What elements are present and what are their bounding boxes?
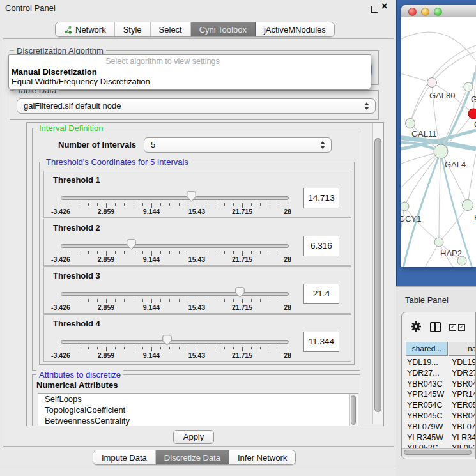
float-window-icon[interactable] xyxy=(371,6,378,13)
minor-tick xyxy=(215,203,215,206)
tab-network[interactable]: Network xyxy=(56,22,115,36)
attributes-scrollbar[interactable] xyxy=(349,394,357,426)
network-node-gal11[interactable] xyxy=(406,119,415,128)
threshold-value-field[interactable]: 6.316 xyxy=(303,236,339,256)
top-tab-bar: NetworkStyleSelectCyni ToolboxjActiveMNo… xyxy=(55,22,335,37)
major-tick xyxy=(197,299,197,303)
slider-track[interactable] xyxy=(61,340,289,344)
major-tick xyxy=(61,251,61,256)
minor-tick xyxy=(188,251,188,254)
major-tick xyxy=(61,299,61,303)
threshold-4-box: Threshold 4-3.4262.8599.14415.4321.71528… xyxy=(43,314,351,362)
table-cell[interactable]: YBR045C xyxy=(452,411,476,420)
bottom-tab-bar: Impute DataDiscretize DataInfer Network xyxy=(93,450,296,465)
close-icon[interactable]: × xyxy=(381,1,387,12)
tab-impute-data[interactable]: Impute Data xyxy=(93,450,156,464)
checkbox-icon[interactable]: ✓ xyxy=(458,324,465,331)
table-cell[interactable]: YER054C xyxy=(407,401,443,410)
network-node-gal4[interactable] xyxy=(434,144,448,158)
tab-infer-network[interactable]: Infer Network xyxy=(229,450,295,464)
numerical-attributes-list[interactable]: SelfLoopsTopologicalCoefficientBetweenne… xyxy=(38,393,358,426)
minor-tick xyxy=(70,251,70,254)
major-tick xyxy=(106,251,107,256)
network-window-titlebar[interactable] xyxy=(401,5,476,17)
tab-discretize-data[interactable]: Discretize Data xyxy=(156,450,229,464)
table-cell[interactable]: YBR043C xyxy=(452,380,476,388)
table-cell[interactable]: YLR345W xyxy=(407,433,443,442)
network-node-hap2[interactable] xyxy=(434,238,443,247)
table-cell[interactable]: YPR145W xyxy=(452,390,476,399)
slider-handle[interactable] xyxy=(127,239,136,250)
attribute-item[interactable]: TopologicalCoefficient xyxy=(38,404,358,415)
network-node-c[interactable] xyxy=(468,109,476,119)
number-of-intervals-combo[interactable]: 5 xyxy=(144,137,332,153)
table-cell[interactable]: YBR045C xyxy=(407,411,443,420)
popup-item-equal-width-frequency[interactable]: Equal Width/Frequency Discretization xyxy=(12,77,150,86)
tick-label: 9.144 xyxy=(134,256,169,263)
viewport-scrollbar[interactable] xyxy=(372,123,383,424)
column-header-shared-name[interactable]: shared... xyxy=(406,342,448,356)
slider-track[interactable] xyxy=(61,196,289,200)
table-cell[interactable]: YPR145W xyxy=(407,390,444,399)
attribute-item[interactable]: BetweennessCentrality xyxy=(38,415,358,426)
close-traffic-light-icon[interactable] xyxy=(408,8,417,16)
slider-track[interactable] xyxy=(61,292,289,296)
tab-select[interactable]: Select xyxy=(151,22,191,36)
minor-tick xyxy=(251,347,252,349)
table-cell[interactable]: YDR27... xyxy=(407,369,440,378)
minor-tick xyxy=(124,251,125,254)
tick-label: 28 xyxy=(270,208,305,215)
table-cell[interactable]: YDR27... xyxy=(452,369,476,378)
minor-tick xyxy=(279,347,279,349)
tab-style[interactable]: Style xyxy=(115,22,151,36)
checkbox-icon[interactable]: ✓ xyxy=(449,324,456,331)
major-tick xyxy=(288,251,288,256)
table-cell[interactable]: YBR043C xyxy=(407,380,443,388)
network-canvas[interactable]: GAL80GCGAL11GAL4GCY1HHAP2 xyxy=(401,17,476,267)
cyni-toolbox-panel: Discretization Algorithm Table Data galF… xyxy=(3,38,394,447)
major-tick xyxy=(106,347,107,351)
network-node-h[interactable] xyxy=(463,200,473,211)
tab-label: Style xyxy=(123,25,142,35)
threshold-value-field[interactable]: 14.713 xyxy=(303,188,339,208)
tab-cyni-toolbox[interactable]: Cyni Toolbox xyxy=(191,22,256,36)
viewport-scrollbar-thumb[interactable] xyxy=(374,138,381,412)
horizontal-scrollbar-thumb[interactable] xyxy=(404,450,472,455)
popup-item-manual-discretization[interactable]: Manual Discretization xyxy=(12,67,97,77)
table-cell[interactable]: YER054C xyxy=(452,401,476,410)
threshold-value-field[interactable]: 21.4 xyxy=(303,284,339,304)
network-node-gal80[interactable] xyxy=(427,78,437,88)
minor-tick xyxy=(88,203,89,206)
slider-handle[interactable] xyxy=(162,335,172,346)
apply-button[interactable]: Apply xyxy=(173,430,214,444)
table-cell[interactable]: YBL079W xyxy=(407,422,443,431)
attributes-scrollbar-thumb[interactable] xyxy=(351,395,356,425)
table-cell[interactable]: YLR345W xyxy=(452,433,476,442)
threshold-value-field[interactable]: 11.344 xyxy=(303,332,339,352)
minor-tick xyxy=(179,203,180,206)
slider-handle[interactable] xyxy=(187,191,196,202)
threshold-coordinates-title: Threshold's Coordinates for 5 Intervals xyxy=(43,157,191,167)
horizontal-scrollbar[interactable] xyxy=(402,448,475,457)
gear-icon[interactable] xyxy=(410,321,422,332)
tick-label: 2.859 xyxy=(88,256,124,263)
minimize-traffic-light-icon[interactable] xyxy=(421,8,429,16)
slider-handle[interactable] xyxy=(235,287,245,298)
network-node-g[interactable] xyxy=(464,82,473,91)
network-graph[interactable]: GAL80GCGAL11GAL4GCY1HHAP2 xyxy=(401,17,476,267)
network-edge xyxy=(473,65,476,114)
tick-label: 9.144 xyxy=(134,208,169,215)
minor-tick xyxy=(188,347,188,349)
slider-track[interactable] xyxy=(61,244,289,248)
attribute-item[interactable]: SelfLoops xyxy=(38,394,358,404)
tab-jactivemnodules[interactable]: jActiveMNodules xyxy=(256,22,334,36)
network-node-gcy1[interactable] xyxy=(401,202,409,211)
zoom-traffic-light-icon[interactable] xyxy=(434,8,442,16)
table-data-combo[interactable]: galFiltered.sif default node xyxy=(17,98,376,114)
table-cell[interactable]: YDL19... xyxy=(452,358,476,367)
table-cell[interactable]: YBL079W xyxy=(452,422,476,431)
number-of-intervals-value: 5 xyxy=(151,140,155,150)
column-header-name[interactable]: name xyxy=(449,342,476,356)
columns-icon[interactable] xyxy=(430,322,441,332)
table-cell[interactable]: YDL19... xyxy=(407,358,438,367)
